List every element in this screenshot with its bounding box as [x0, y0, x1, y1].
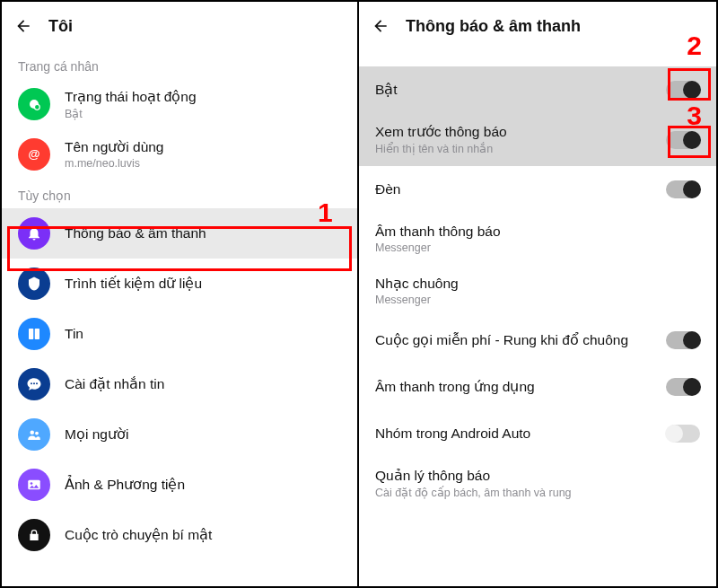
section-options-label: Tùy chọn [2, 180, 357, 208]
row-label: Tin [65, 326, 83, 342]
svg-point-6 [33, 382, 35, 384]
row-sub: m.me/neo.luvis [65, 157, 164, 170]
row-username[interactable]: @ Tên người dùng m.me/neo.luvis [2, 129, 357, 180]
row-label: Tên người dùng [65, 139, 164, 155]
row-people[interactable]: Mọi người [2, 409, 357, 460]
bell-icon [18, 217, 50, 250]
r-label: Âm thanh thông báo [375, 224, 501, 240]
shield-icon [18, 268, 50, 300]
r-sub: Messenger [375, 241, 501, 254]
row-data-saver[interactable]: Trình tiết kiệm dữ liệu [2, 259, 357, 309]
row-label: Cuộc trò chuyện bí mật [65, 527, 212, 543]
left-pane: Tôi Trang cá nhân Trạng thái hoạt động B… [2, 2, 359, 586]
svg-point-9 [35, 432, 39, 435]
svg-point-11 [31, 482, 33, 485]
row-inapp-sound[interactable]: Âm thanh trong ứng dụng [359, 364, 716, 410]
row-label: Thông báo & âm thanh [65, 225, 206, 241]
r-sub: Hiển thị tên và tin nhắn [375, 142, 507, 155]
story-icon [18, 318, 50, 350]
toggle-inapp[interactable] [666, 378, 700, 396]
toggle-light[interactable] [666, 180, 700, 198]
toggle-enable[interactable] [666, 81, 700, 99]
row-story[interactable]: Tin [2, 309, 357, 359]
r-label: Xem trước thông báo [375, 124, 507, 140]
toggle-android-auto[interactable] [666, 425, 700, 443]
r-label: Nhóm trong Android Auto [375, 426, 530, 442]
r-label: Cuộc gọi miễn phí - Rung khi đổ chuông [375, 332, 628, 348]
at-icon: @ [18, 138, 50, 171]
right-header: Thông báo & âm thanh [359, 2, 716, 50]
row-label: Mọi người [65, 426, 128, 443]
back-arrow-icon[interactable] [372, 17, 390, 35]
lock-icon [18, 519, 50, 551]
row-enable[interactable]: Bật [359, 66, 716, 113]
svg-text:@: @ [29, 147, 40, 161]
right-pane: Thông báo & âm thanh Bật Xem trước thông… [359, 2, 716, 586]
back-arrow-icon[interactable] [14, 17, 32, 35]
row-label: Ảnh & Phương tiện [65, 477, 185, 493]
row-secret-conversations[interactable]: Cuộc trò chuyện bí mật [2, 510, 357, 560]
chat-icon [18, 368, 50, 400]
r-label: Bật [375, 82, 398, 98]
row-manage-notifs[interactable]: Quản lý thông báo Cài đặt độ cấp bách, â… [359, 457, 716, 510]
left-header: Tôi [2, 2, 357, 50]
row-label: Cài đặt nhắn tin [65, 376, 164, 392]
row-preview[interactable]: Xem trước thông báo Hiển thị tên và tin … [359, 113, 716, 166]
r-label: Nhạc chuông [375, 276, 459, 292]
svg-point-7 [36, 382, 38, 384]
photo-icon [18, 469, 50, 501]
svg-rect-4 [35, 329, 39, 339]
svg-point-5 [31, 382, 32, 384]
row-label: Trình tiết kiệm dữ liệu [65, 276, 202, 292]
svg-rect-3 [29, 329, 33, 339]
r-sub: Cài đặt độ cấp bách, âm thanh và rung [375, 486, 572, 499]
row-activity-status[interactable]: Trạng thái hoạt động Bật [2, 79, 357, 129]
row-android-auto[interactable]: Nhóm trong Android Auto [359, 410, 716, 457]
section-personal-label: Trang cá nhân [2, 50, 357, 79]
row-message-settings[interactable]: Cài đặt nhắn tin [2, 359, 357, 409]
r-label: Quản lý thông báo [375, 468, 572, 484]
row-sub: Bật [65, 107, 197, 120]
r-sub: Messenger [375, 294, 459, 306]
row-light[interactable]: Đèn [359, 166, 716, 213]
svg-point-8 [31, 431, 35, 435]
people-icon [18, 418, 50, 451]
row-photos-media[interactable]: Ảnh & Phương tiện [2, 460, 357, 510]
r-label: Âm thanh trong ứng dụng [375, 379, 535, 395]
row-ringtone[interactable]: Nhạc chuông Messenger [359, 265, 716, 317]
left-title: Tôi [48, 17, 73, 36]
toggle-free-call[interactable] [666, 331, 700, 349]
row-label: Trạng thái hoạt động [65, 89, 197, 105]
status-icon [18, 88, 50, 120]
toggle-preview[interactable] [666, 131, 700, 149]
row-free-call-vibrate[interactable]: Cuộc gọi miễn phí - Rung khi đổ chuông [359, 317, 716, 364]
row-notif-sound[interactable]: Âm thanh thông báo Messenger [359, 213, 716, 265]
row-notifications-sounds[interactable]: Thông báo & âm thanh [2, 208, 357, 259]
svg-point-1 [34, 104, 39, 110]
r-label: Đèn [375, 181, 400, 197]
right-title: Thông báo & âm thanh [406, 17, 581, 36]
